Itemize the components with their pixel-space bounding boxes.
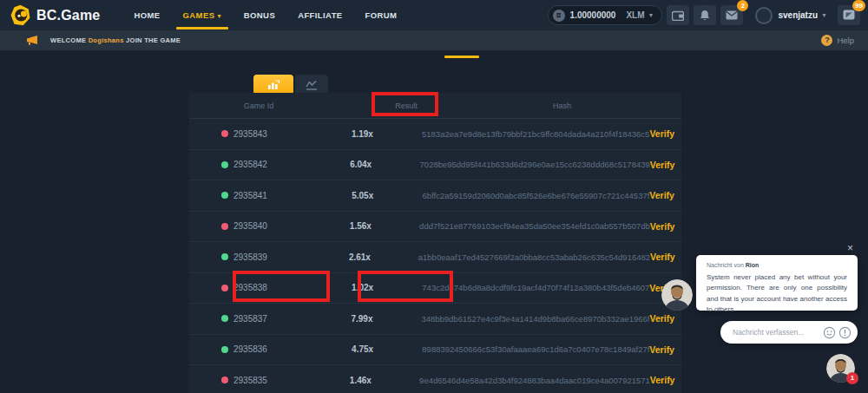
user-menu[interactable]: svenjatzu ▼	[755, 7, 827, 24]
announcement-text: WELCOME Dogishans JOIN THE GAME	[50, 36, 181, 44]
announcement-username: Dogishans	[89, 36, 124, 44]
hash-value: 8988392450666c53f30afaaaea69c1d6a7c0407e…	[422, 344, 649, 354]
annotation-box-game-id-2935838	[233, 271, 330, 302]
top-header: BC.Game HOME GAMES▾ BONUS AFFILIATE FORU…	[0, 0, 868, 30]
chevron-down-icon: ▼	[648, 12, 654, 18]
chat-input-bar	[720, 321, 858, 344]
table-row: 2935837 7.99x 348bb9db61527e4c9f3e4a1414…	[189, 304, 681, 335]
chat-button[interactable]: 99	[838, 5, 860, 25]
game-id: 2935842	[233, 160, 267, 169]
hash-value: 7028be95dd95f441b633d6d296e0ae15cc6238dd…	[420, 160, 650, 169]
active-tab-indicator	[444, 56, 479, 58]
nav-forum[interactable]: FORUM	[362, 0, 401, 30]
table-row: 2935840 1.56x ddd7f521e87769103ecf94ea35…	[189, 212, 681, 243]
game-id: 2935837	[233, 314, 267, 324]
chevron-down-icon: ▼	[821, 12, 827, 18]
status-dot	[221, 130, 228, 137]
hash-value: 5183a2ea7e9d8e13fb79bbf21bc9ffc804dada4a…	[422, 129, 649, 139]
close-icon[interactable]: ×	[847, 243, 853, 253]
chat-widget-avatar[interactable]: 1	[826, 354, 855, 383]
user-avatar	[755, 7, 773, 24]
nav-home[interactable]: HOME	[130, 0, 163, 30]
chat-message-input[interactable]	[733, 328, 820, 337]
result-value: 2.61x	[301, 252, 418, 262]
status-dot	[221, 253, 228, 260]
wallet-button[interactable]	[667, 5, 689, 25]
result-value: 1.46x	[302, 376, 420, 385]
megaphone-icon	[26, 35, 39, 46]
hash-value: 9e4d6546d4e58a42d3b4f924883baa4daac019ce…	[419, 376, 650, 385]
hash-value: 348bb9db61527e4c9f3e4a1414d9b8ba66ce8970…	[421, 314, 649, 324]
result-value: 5.05x	[303, 191, 423, 200]
mail-button[interactable]: 2	[720, 5, 743, 25]
mail-icon	[726, 10, 738, 20]
game-id: 2935839	[233, 252, 267, 262]
chat-message-text: System never placed any bet without your…	[707, 272, 847, 316]
notifications-button[interactable]	[694, 5, 716, 25]
table-row: 2935835 1.46x 9e4d6546d4e58a42d3b4f92488…	[189, 365, 681, 393]
annotation-box-result-1-02x	[358, 271, 453, 302]
status-dot	[221, 315, 228, 322]
status-dot	[221, 223, 228, 230]
logo-text: BC.Game	[36, 8, 100, 23]
wallet-icon	[672, 10, 684, 21]
chat-notification-card[interactable]: Nachricht von Rion System never placed a…	[696, 255, 858, 311]
nav-bonus[interactable]: BONUS	[240, 0, 279, 30]
table-row: 2935843 1.19x 5183a2ea7e9d8e13fb79bbf21b…	[189, 119, 681, 150]
hash-value: 743c2d874b6d8a8dcdf9fc19acf4d70f74f12a38…	[422, 283, 649, 292]
trend-chart-icon	[306, 80, 318, 90]
chat-sender-avatar	[661, 279, 693, 311]
chat-sender-line: Nachricht von Rion	[707, 262, 847, 268]
logo[interactable]: BC.Game	[10, 4, 100, 26]
verify-link[interactable]: Verify	[649, 190, 681, 200]
announcement-bar: WELCOME Dogishans JOIN THE GAME ? Help	[0, 30, 868, 50]
game-id: 2935835	[233, 376, 267, 385]
username: svenjatzu	[778, 10, 818, 20]
bar-chart-icon	[267, 80, 280, 90]
verify-link[interactable]: Verify	[650, 375, 681, 385]
result-value: 6.04x	[302, 160, 420, 169]
table-row: 2935842 6.04x 7028be95dd95f441b633d6d296…	[189, 150, 681, 181]
view-toggle	[253, 75, 328, 95]
table-row: 2935836 4.75x 8988392450666c53f30afaaaea…	[189, 335, 681, 366]
bcgame-logo-icon	[10, 4, 31, 26]
tab-trends[interactable]	[295, 75, 328, 95]
verify-link[interactable]: Verify	[650, 313, 682, 324]
header-right-cluster: ¤ 1.00000000 XLM ▼	[548, 5, 868, 25]
column-header-hash: Hash	[484, 102, 640, 110]
result-value: 4.75x	[303, 344, 422, 354]
mail-badge: 2	[737, 0, 748, 11]
result-value: 1.56x	[302, 221, 420, 231]
nav-affiliate[interactable]: AFFILIATE	[294, 0, 345, 30]
verify-link[interactable]: Verify	[650, 160, 681, 170]
game-id: 2935836	[233, 344, 267, 354]
result-value: 7.99x	[303, 314, 422, 324]
verify-link[interactable]: Verify	[650, 221, 681, 232]
help-link[interactable]: ? Help	[821, 35, 868, 46]
verify-link[interactable]: Verify	[649, 128, 681, 139]
game-id: 2935843	[233, 129, 267, 139]
status-dot	[221, 285, 228, 291]
table-row: 2935839 2.61x a1bb0eaaf17ed4527669f2a0bb…	[189, 242, 681, 273]
help-label: Help	[837, 36, 854, 45]
chat-badge: 99	[852, 0, 865, 11]
status-dot	[221, 346, 228, 353]
balance-amount: 1.00000000	[570, 10, 616, 20]
verify-link[interactable]: Verify	[649, 344, 681, 355]
game-id: 2935840	[233, 221, 267, 231]
result-value: 1.19x	[303, 129, 422, 139]
game-id: 2935841	[233, 191, 267, 200]
chevron-down-icon: ▾	[217, 12, 220, 20]
status-dot	[221, 377, 228, 383]
info-icon[interactable]	[838, 326, 852, 339]
balance-selector[interactable]: ¤ 1.00000000 XLM ▼	[548, 5, 663, 25]
bell-icon	[700, 10, 710, 21]
emoji-icon[interactable]	[823, 326, 836, 339]
tab-my-bets[interactable]	[253, 75, 293, 95]
coin-icon: ¤	[553, 10, 565, 22]
unread-count-badge: 1	[846, 372, 858, 384]
verify-link[interactable]: Verify	[650, 252, 681, 262]
currency-label: XLM	[626, 10, 644, 20]
nav-games[interactable]: GAMES▾	[180, 0, 225, 30]
table-body: 2935843 1.19x 5183a2ea7e9d8e13fb79bbf21b…	[189, 119, 681, 393]
